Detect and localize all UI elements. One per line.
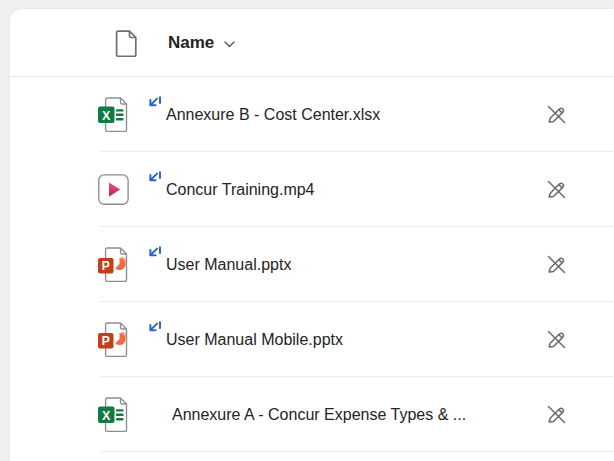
video-file-icon bbox=[97, 169, 129, 211]
excel-file-icon: X bbox=[97, 94, 129, 136]
svg-text:X: X bbox=[102, 108, 111, 122]
opened-indicator-icon bbox=[146, 94, 163, 111]
file-name[interactable]: Annexure B - Cost Center.xlsx bbox=[166, 106, 380, 124]
powerpoint-file-icon: P bbox=[97, 244, 129, 286]
edit-blocked-icon bbox=[545, 178, 568, 201]
opened-indicator-icon bbox=[146, 319, 163, 336]
file-row-5[interactable]: X Annexure A - Concur Expense Types & ..… bbox=[10, 377, 614, 452]
name-column-label: Name bbox=[168, 33, 214, 53]
svg-text:X: X bbox=[102, 408, 111, 422]
svg-text:P: P bbox=[102, 259, 110, 273]
opened-indicator-icon bbox=[146, 169, 163, 186]
opened-indicator-icon bbox=[146, 244, 163, 261]
file-row-1[interactable]: X Annexure B - Cost Center.xlsx bbox=[10, 77, 614, 152]
file-list-card: Name X Annexure B - Cost Center. bbox=[10, 9, 614, 461]
chevron-down-icon bbox=[223, 40, 236, 49]
svg-text:P: P bbox=[102, 334, 110, 348]
document-icon bbox=[115, 29, 139, 57]
file-row-3[interactable]: P User Manual.pptx bbox=[10, 227, 614, 302]
excel-file-icon: X bbox=[97, 394, 129, 436]
edit-blocked-icon bbox=[545, 253, 568, 276]
file-row-4[interactable]: P User Manual Mobile.pptx bbox=[10, 302, 614, 377]
file-name[interactable]: User Manual.pptx bbox=[166, 256, 291, 274]
file-name[interactable]: Annexure A - Concur Expense Types & ... bbox=[172, 406, 466, 424]
file-name[interactable]: Concur Training.mp4 bbox=[166, 181, 315, 199]
edit-blocked-icon bbox=[545, 403, 568, 426]
file-rows: X Annexure B - Cost Center.xlsx bbox=[10, 77, 614, 452]
file-name[interactable]: User Manual Mobile.pptx bbox=[166, 331, 343, 349]
file-row-2[interactable]: Concur Training.mp4 bbox=[10, 152, 614, 227]
edit-blocked-icon bbox=[545, 328, 568, 351]
list-header: Name bbox=[10, 9, 614, 77]
edit-blocked-icon bbox=[545, 103, 568, 126]
name-column-header[interactable]: Name bbox=[168, 33, 236, 53]
powerpoint-file-icon: P bbox=[97, 319, 129, 361]
